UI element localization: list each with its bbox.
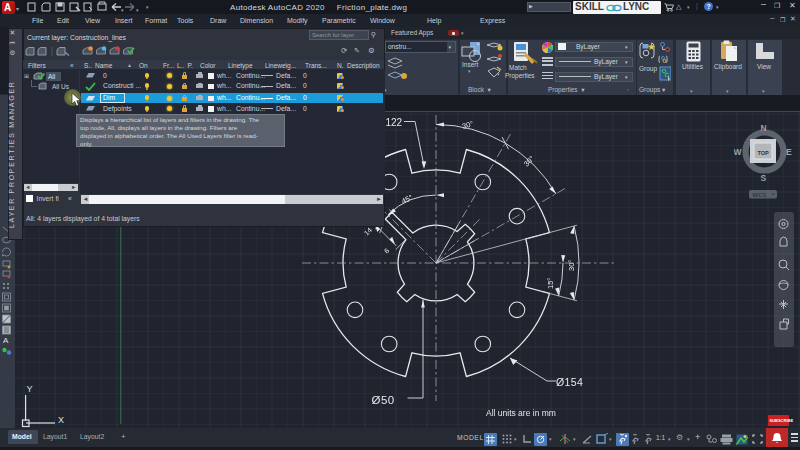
svg-text:Ø50: Ø50 (372, 394, 395, 406)
svg-text:15°: 15° (546, 278, 555, 289)
svg-text:Ø154: Ø154 (556, 376, 583, 388)
svg-text:TOP: TOP (758, 150, 770, 156)
svg-text:▾: ▾ (121, 7, 124, 13)
svg-text:E: E (786, 147, 792, 157)
svg-text:30°: 30° (567, 260, 576, 271)
svg-text:▾: ▾ (146, 4, 149, 10)
svg-text:A: A (3, 336, 9, 345)
svg-text:45°: 45° (400, 193, 414, 206)
svg-text:All units are in mm: All units are in mm (486, 408, 556, 418)
svg-text:6: 6 (383, 247, 391, 255)
svg-text:WCS: WCS (753, 192, 767, 198)
svg-text:X: X (58, 415, 64, 425)
svg-text:▾: ▾ (136, 7, 139, 13)
svg-text:Y: Y (27, 384, 33, 394)
svg-text:122: 122 (386, 117, 403, 128)
svg-text:S: S (761, 173, 767, 183)
svg-text:W: W (734, 147, 743, 157)
svg-text:14: 14 (363, 226, 374, 237)
svg-text:N: N (761, 123, 767, 133)
